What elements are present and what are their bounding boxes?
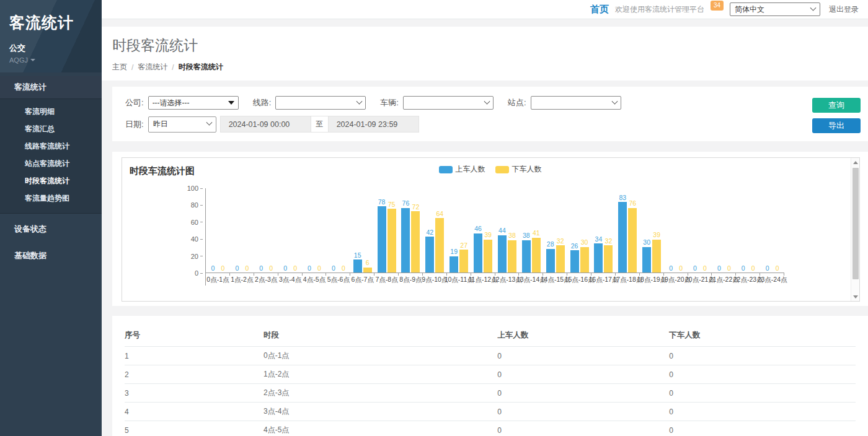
breadcrumb-home[interactable]: 主页 [112,62,127,72]
org-code-dropdown[interactable]: AQGJ [9,56,93,64]
y-axis-label: 40 [191,235,203,243]
bar-value-label: 0 [693,265,697,272]
bar[interactable] [532,238,541,272]
table-cell: 0 [497,347,669,365]
sidebar-item-period-stats[interactable]: 时段客流统计 [0,173,102,190]
sidebar-item-passenger-summary[interactable]: 客流汇总 [0,121,102,138]
breadcrumb-current: 时段客流统计 [179,62,223,72]
bar[interactable] [435,218,444,272]
sidebar-item-line-stats[interactable]: 线路客流统计 [0,138,102,155]
bar[interactable] [594,243,603,272]
breadcrumb-separator: / [172,63,174,72]
legend-label-boarding: 上车人数 [456,164,485,175]
bar[interactable] [353,259,362,272]
bar[interactable] [450,256,458,272]
bar[interactable] [474,233,482,272]
y-axis-label: 60 [191,219,203,226]
bar[interactable] [522,240,531,272]
y-axis-label: 20 [191,253,203,260]
sidebar-item-base-data[interactable]: 基础数据 [0,245,102,267]
app-root: 客流统计 公交 AQGJ 客流统计 客流明细 客流汇总 线路客流统计 站点客流统… [0,0,868,436]
chart-category: 463911点-12点 [471,188,495,286]
bar[interactable] [556,245,565,272]
bar[interactable] [378,206,386,272]
sidebar-item-passenger-stats[interactable]: 客流统计 [0,76,102,98]
org-code-label: AQGJ [9,56,28,64]
sidebar-item-passenger-detail[interactable]: 客流明细 [0,103,102,121]
bar[interactable] [604,245,613,272]
bar[interactable] [388,209,396,272]
table-cell: 2点-3点 [264,384,497,403]
x-axis-label: 11点-12点 [471,273,495,286]
sidebar-item-device-status[interactable]: 设备状态 [0,218,102,240]
line-select[interactable] [275,96,366,110]
bar[interactable] [498,235,507,272]
bar-value-label: 0 [293,265,297,272]
table-header-cell: 时段 [264,325,497,347]
table-row: 10点-1点00 [125,347,856,365]
table-panel: 序号时段上车人数下车人数 10点-1点0021点-2点0032点-3点0043点… [112,316,868,436]
legend-label-alighting: 下车人数 [512,164,542,175]
vehicle-select[interactable] [403,96,494,110]
date-end-input[interactable]: 2024-01-09 23:59 [328,116,419,133]
home-link[interactable]: 首页 [590,4,609,15]
y-axis-label: 0 [195,269,203,277]
sidebar-item-trend-chart[interactable]: 客流量趋势图 [0,190,102,207]
legend-item-alighting[interactable]: 下车人数 [495,164,542,175]
table-header-cell: 序号 [125,325,264,347]
language-select[interactable]: 简体中文 [730,2,820,16]
bar[interactable] [484,240,492,272]
bar[interactable] [508,240,516,272]
chart-scrollbar[interactable] [851,158,859,301]
date-start-input[interactable]: 2024-01-09 00:00 [220,116,311,133]
bar[interactable] [580,247,589,272]
bar[interactable] [425,237,434,272]
notification-badge[interactable]: 34 [711,1,724,11]
company-select[interactable]: ---请选择--- [148,96,239,110]
bar[interactable] [652,240,661,272]
bar-value-label: 0 [679,265,683,272]
bar-value-label: 28 [547,241,554,248]
bar-value-label: 42 [426,229,433,236]
bar[interactable] [628,208,637,272]
date-preset-select[interactable]: 昨日 [148,116,216,133]
chart-category: 384113点-14点 [519,188,543,286]
chart-category: 000点-1点 [206,188,230,286]
chevron-down-icon [611,98,618,104]
x-axis-label: 23点-24点 [760,273,784,286]
sidebar-item-station-stats[interactable]: 站点客流统计 [0,155,102,173]
bar[interactable] [642,247,651,272]
bar[interactable] [411,211,420,272]
station-select[interactable] [531,96,621,110]
breadcrumb-section[interactable]: 客流统计 [138,62,167,72]
scroll-down-icon[interactable] [853,292,858,301]
bar[interactable] [546,249,555,272]
scrollbar-thumb[interactable] [852,168,859,279]
chevron-down-icon [206,120,212,126]
bar[interactable] [363,268,372,272]
app-title: 客流统计 [9,12,93,33]
scroll-up-icon[interactable] [853,158,858,167]
x-axis-label: 21点-22点 [712,273,736,286]
x-axis-label: 7点-8点 [374,273,399,286]
chart-body: 020406080100 000点-1点001点-2点002点-3点003点-4… [130,188,851,289]
bar-value-label: 6 [366,259,370,266]
bar[interactable] [459,250,468,272]
table-cell: 0 [497,365,669,384]
bar[interactable] [570,250,579,272]
x-axis-label: 18点-19点 [640,273,664,286]
export-button[interactable]: 导出 [812,118,861,133]
logout-link[interactable]: 退出登录 [829,4,859,15]
table-header: 序号时段上车人数下车人数 [125,325,856,347]
table-cell: 1 [125,347,264,365]
x-axis-label: 9点-10点 [423,273,447,286]
chart-category: 001点-2点 [230,188,254,286]
bar[interactable] [618,202,627,272]
chart-category: 002点-3点 [254,188,278,286]
search-button[interactable]: 查询 [812,98,861,113]
bar[interactable] [401,208,410,272]
vehicle-label: 车辆: [380,97,399,108]
bar-value-label: 0 [211,265,215,272]
bar-value-label: 64 [436,211,443,217]
legend-item-boarding[interactable]: 上车人数 [439,164,485,175]
